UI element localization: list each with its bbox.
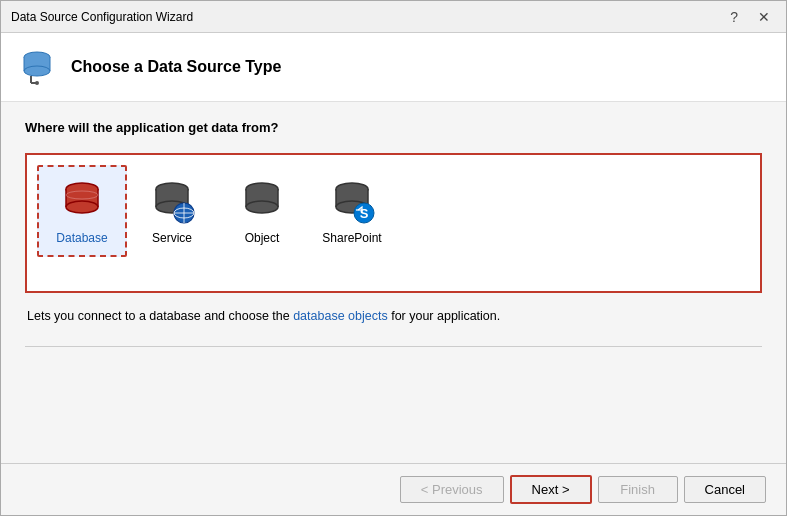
datasource-grid-wrapper: Database <box>25 153 762 293</box>
sharepoint-icon: S <box>328 177 376 225</box>
datasource-grid: Database <box>37 165 750 257</box>
service-label: Service <box>152 231 192 245</box>
description-text-1: Lets you connect to a database and choos… <box>27 309 293 323</box>
sharepoint-label: SharePoint <box>322 231 381 245</box>
title-bar-buttons: ? ✕ <box>724 7 776 27</box>
footer: < Previous Next > Finish Cancel <box>1 463 786 515</box>
object-label: Object <box>245 231 280 245</box>
header-title: Choose a Data Source Type <box>71 58 281 76</box>
svg-point-7 <box>35 81 39 85</box>
description-text-2: for your application. <box>388 309 501 323</box>
datasource-item-database[interactable]: Database <box>37 165 127 257</box>
object-icon <box>238 177 286 225</box>
question-label: Where will the application get data from… <box>25 120 762 135</box>
database-icon <box>58 177 106 225</box>
title-bar: Data Source Configuration Wizard ? ✕ <box>1 1 786 33</box>
finish-button[interactable]: Finish <box>598 476 678 503</box>
svg-point-25 <box>246 201 278 213</box>
description-highlight: database objects <box>293 309 388 323</box>
wizard-icon <box>17 47 57 87</box>
window-title: Data Source Configuration Wizard <box>11 10 193 24</box>
header-area: Choose a Data Source Type <box>1 33 786 102</box>
svg-point-10 <box>66 201 98 213</box>
next-button[interactable]: Next > <box>510 475 592 504</box>
datasource-item-sharepoint[interactable]: S SharePoint <box>307 165 397 257</box>
wizard-window: Data Source Configuration Wizard ? ✕ Cho… <box>0 0 787 516</box>
database-label: Database <box>56 231 107 245</box>
help-button[interactable]: ? <box>724 7 744 27</box>
description-area: Lets you connect to a database and choos… <box>25 307 762 326</box>
cancel-button[interactable]: Cancel <box>684 476 766 503</box>
content-area: Where will the application get data from… <box>1 102 786 463</box>
svg-point-2 <box>24 66 50 76</box>
datasource-item-service[interactable]: Service <box>127 165 217 257</box>
close-button[interactable]: ✕ <box>752 7 776 27</box>
service-icon <box>148 177 196 225</box>
previous-button[interactable]: < Previous <box>400 476 504 503</box>
content-divider <box>25 346 762 347</box>
datasource-item-object[interactable]: Object <box>217 165 307 257</box>
